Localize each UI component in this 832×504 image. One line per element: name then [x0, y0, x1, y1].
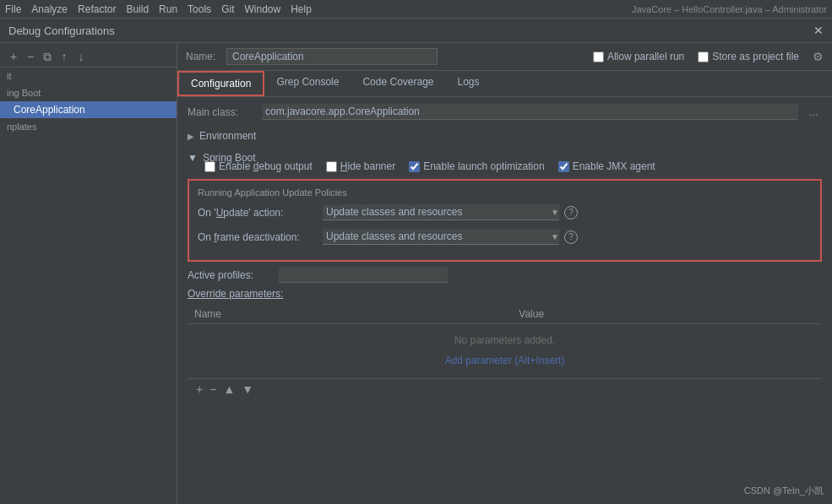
tab-grep-console-label: Grep Console — [276, 76, 339, 88]
tab-logs-label: Logs — [458, 76, 480, 88]
override-parameters-section: Override parameters: Name Value No par — [188, 288, 822, 399]
params-table: Name Value No parameters added. Add para… — [188, 305, 822, 371]
on-frame-select[interactable]: Update classes and resources Do nothing … — [323, 229, 559, 245]
table-move-down-icon[interactable]: ▼ — [240, 382, 255, 396]
enable-debug-output-checkbox2[interactable]: Enable debug output — [204, 160, 313, 172]
allow-parallel-run-checkbox[interactable]: Allow parallel run — [593, 51, 684, 62]
tab-logs[interactable]: Logs — [446, 71, 492, 96]
dialog-body: + − ⧉ ↑ ↓ it ing Boot CoreApplication np… — [0, 43, 832, 504]
menu-tools[interactable]: Tools — [188, 3, 211, 15]
enable-jmx-agent-input2[interactable] — [558, 161, 569, 172]
enable-jmx-agent-label2: Enable JMX agent — [573, 160, 655, 172]
tab-code-coverage-label: Code Coverage — [362, 76, 433, 88]
gear-icon[interactable]: ⚙ — [813, 50, 824, 63]
tabs: Configuration Grep Console Code Coverage… — [177, 71, 832, 97]
hide-banner-label2: Hide banner — [340, 160, 395, 172]
menu-refactor[interactable]: Refactor — [78, 3, 116, 15]
sidebar-section-templates: nplates — [0, 118, 177, 135]
on-update-select-wrapper: Update classes and resources Do nothing … — [323, 204, 812, 220]
name-bar: Name: Allow parallel run Store as projec… — [177, 43, 832, 71]
override-parameters-label: Override parameters: — [188, 288, 822, 300]
table-remove-icon[interactable]: − — [208, 382, 218, 396]
close-button[interactable]: ✕ — [813, 24, 824, 37]
on-update-help-icon[interactable]: ? — [564, 206, 578, 219]
sidebar: + − ⧉ ↑ ↓ it ing Boot CoreApplication np… — [0, 43, 177, 504]
spring-boot-arrow-icon: ▼ — [188, 152, 198, 164]
hide-banner-checkbox2[interactable]: Hide banner — [326, 160, 395, 172]
main-class-browse-icon[interactable]: … — [805, 105, 822, 120]
tab-code-coverage[interactable]: Code Coverage — [351, 71, 445, 96]
tab-configuration-label: Configuration — [191, 78, 251, 89]
copy-config-icon[interactable]: ⧉ — [41, 50, 54, 63]
table-row: No parameters added. Add parameter (Alt+… — [188, 324, 822, 372]
config-content: Main class: … ▶ Environment ▼ Spring Boo… — [177, 97, 832, 504]
enable-jmx-agent-checkbox2[interactable]: Enable JMX agent — [558, 160, 655, 172]
store-as-project-file-checkbox[interactable]: Store as project file — [698, 51, 799, 62]
on-update-dropdown-arrow-icon: ▼ — [551, 208, 559, 217]
add-param-shortcut: (Alt+Insert) — [514, 355, 564, 366]
name-input[interactable] — [226, 48, 438, 65]
menu-file[interactable]: File — [5, 3, 21, 15]
enable-debug-output-input2[interactable] — [204, 161, 215, 172]
on-update-label: On 'Update' action: — [198, 207, 316, 219]
store-as-project-file-label: Store as project file — [712, 51, 799, 62]
tab-configuration[interactable]: Configuration — [177, 71, 264, 96]
allow-parallel-run-label: Allow parallel run — [607, 51, 684, 62]
menu-run[interactable]: Run — [159, 3, 177, 15]
dialog-title-bar: Debug Configurations ✕ — [0, 19, 832, 43]
tab-grep-console[interactable]: Grep Console — [264, 71, 351, 96]
add-config-icon[interactable]: + — [7, 50, 20, 63]
window-title: JavaCore – HelloController.java – Admini… — [632, 4, 827, 14]
params-table-value-header: Value — [512, 305, 822, 324]
enable-launch-optimization-checkbox2[interactable]: Enable launch optimization — [409, 160, 544, 172]
sidebar-item-coreapplication[interactable]: CoreApplication — [0, 101, 177, 118]
on-frame-deactivation-row: On frame deactivation: Update classes an… — [198, 229, 812, 245]
active-profiles-row: Active profiles: — [188, 267, 822, 283]
on-frame-dropdown-arrow-icon: ▼ — [551, 232, 559, 241]
name-bar-right: Allow parallel run Store as project file… — [593, 50, 824, 63]
enable-launch-optimization-input2[interactable] — [409, 161, 420, 172]
allow-parallel-run-input[interactable] — [593, 51, 604, 62]
on-update-action-row: On 'Update' action: Update classes and r… — [198, 204, 812, 220]
update-policies-section: Running Application Update Policies On '… — [188, 179, 822, 262]
name-label: Name: — [186, 51, 220, 62]
add-param-link[interactable]: Add parameter (Alt+Insert) — [194, 353, 815, 368]
spring-boot-checkboxes-row: Enable debug output Hide banner Enable l… — [188, 160, 822, 172]
move-down-icon[interactable]: ↓ — [74, 50, 88, 63]
menu-bar: File Analyze Refactor Build Run Tools Gi… — [0, 0, 832, 19]
hide-banner-input2[interactable] — [326, 161, 337, 172]
on-frame-help-icon[interactable]: ? — [564, 230, 578, 244]
main-class-label: Main class: — [188, 106, 255, 118]
add-param-label: Add parameter — [445, 355, 512, 366]
environment-toggle[interactable]: ▶ Environment — [188, 127, 822, 145]
menu-help[interactable]: Help — [291, 3, 312, 15]
sidebar-section-it: it — [0, 68, 177, 84]
on-frame-select-wrapper: Update classes and resources Do nothing … — [323, 229, 812, 245]
params-table-name-header: Name — [188, 305, 512, 324]
menu-analyze[interactable]: Analyze — [31, 3, 68, 15]
environment-arrow-icon: ▶ — [188, 132, 194, 141]
store-as-project-file-input[interactable] — [698, 51, 709, 62]
table-toolbar: + − ▲ ▼ — [188, 378, 822, 399]
enable-debug-output-label2: Enable debug output — [219, 160, 313, 172]
watermark: CSDN @TeIn_小凯 — [744, 485, 824, 497]
remove-config-icon[interactable]: − — [24, 50, 37, 63]
enable-launch-optimization-label2: Enable launch optimization — [423, 160, 544, 172]
environment-label: Environment — [199, 130, 256, 142]
on-frame-label: On frame deactivation: — [198, 231, 316, 243]
table-move-up-icon[interactable]: ▲ — [221, 382, 237, 396]
menu-build[interactable]: Build — [126, 3, 149, 15]
main-class-row: Main class: … — [188, 104, 822, 120]
on-update-select[interactable]: Update classes and resources Do nothing … — [323, 204, 559, 220]
active-profiles-input[interactable] — [279, 267, 448, 283]
table-add-icon[interactable]: + — [194, 382, 204, 396]
right-panel: Name: Allow parallel run Store as projec… — [177, 43, 832, 504]
move-up-icon[interactable]: ↑ — [57, 50, 71, 63]
sidebar-toolbar: + − ⧉ ↑ ↓ — [0, 46, 177, 68]
dialog-title-label: Debug Configurations — [8, 24, 115, 37]
update-policies-title: Running Application Update Policies — [198, 187, 812, 198]
main-class-input[interactable] — [262, 104, 798, 120]
no-params-text: No parameters added. — [194, 328, 815, 353]
menu-git[interactable]: Git — [221, 3, 234, 15]
menu-window[interactable]: Window — [244, 3, 280, 15]
